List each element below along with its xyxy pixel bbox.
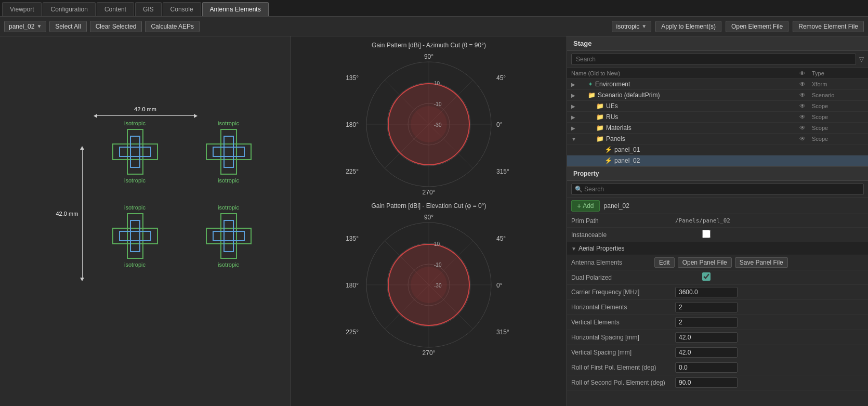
type-scenario: Scenario: [812, 92, 864, 98]
expand-icon-ues: ▶: [571, 103, 580, 109]
antenna-type-value: isotropic: [616, 23, 640, 30]
elevation-svg: 90° 45° 0° 315° 270° 225° 180° 135° -10 …: [317, 212, 541, 358]
dual-polarized-label: Dual Polarized: [571, 274, 675, 281]
tab-viewport[interactable]: Viewport: [2, 2, 42, 16]
roll-first-input[interactable]: [675, 362, 738, 373]
eye-ues[interactable]: 👁: [799, 102, 812, 110]
panel-dropdown-arrow: ▼: [36, 23, 42, 29]
dual-polarized-checkbox[interactable]: [675, 272, 738, 281]
select-all-button[interactable]: Select All: [49, 21, 86, 32]
aerial-section-label: Aerial Properties: [578, 245, 625, 252]
roll-first-value: [675, 362, 864, 373]
tree-item-panel-01[interactable]: ▶ ⚡ panel_01: [567, 145, 868, 155]
eye-panels[interactable]: 👁: [799, 135, 812, 142]
icon-panels: 📁: [596, 135, 604, 142]
carrier-freq-input[interactable]: [675, 287, 738, 297]
svg-text:90°: 90°: [424, 53, 433, 60]
edit-button[interactable]: Edit: [654, 257, 675, 268]
cross-inner-v-br: [223, 220, 234, 252]
aerial-section-header: ▼ Aerial Properties: [567, 242, 868, 255]
vert-elements-input[interactable]: [675, 317, 738, 328]
panel-dropdown[interactable]: panel_02 ▼: [4, 21, 46, 32]
cross-tl: [112, 128, 159, 175]
save-panel-file-button[interactable]: Save Panel File: [735, 257, 788, 268]
instanceable-label: Instanceable: [571, 231, 675, 239]
eye-scenario[interactable]: 👁: [799, 91, 812, 99]
elevation-chart: Gain Pattern [dBi] - Elevation Cut (φ = …: [299, 202, 559, 358]
prop-horiz-elements-row: Horizontal Elements: [567, 300, 868, 315]
tab-content[interactable]: Content: [97, 2, 134, 16]
instanceable-checkbox[interactable]: [675, 230, 738, 238]
tab-antenna-elements[interactable]: Antenna Elements: [202, 2, 269, 16]
tree-item-panels[interactable]: ▼ 📁 Panels 👁 Scope: [567, 134, 868, 145]
horiz-spacing-input[interactable]: [675, 332, 738, 343]
prop-dual-polarized-row: Dual Polarized: [567, 270, 868, 285]
name-scenario: Scenario (defaultPrim): [598, 91, 799, 99]
horiz-spacing-value: [675, 332, 864, 343]
vert-spacing-label: Vertical Spacing [mm]: [571, 349, 675, 356]
calculate-aeps-button[interactable]: Calculate AEPs: [145, 21, 200, 32]
cross-inner-v-tl: [130, 136, 140, 168]
icon-ues: 📁: [596, 102, 604, 110]
tree-header: Name (Old to New) 👁 Type: [567, 68, 868, 79]
type-environment: Xform: [812, 81, 864, 87]
type-panels: Scope: [812, 136, 864, 142]
icon-environment: ✦: [588, 81, 593, 88]
tree-item-materials[interactable]: ▶ 📁 Materials 👁 Scope: [567, 123, 868, 134]
aerial-section-triangle: ▼: [571, 246, 576, 252]
stage-title: Stage: [567, 36, 868, 51]
open-element-file-button[interactable]: Open Element File: [726, 21, 788, 32]
tree-item-rus[interactable]: ▶ 📁 RUs 👁 Scope: [567, 112, 868, 123]
svg-text:270°: 270°: [423, 349, 436, 357]
prop-carrier-freq-row: Carrier Frequency [MHz]: [567, 285, 868, 300]
antenna-type-arrow: ▼: [641, 23, 647, 29]
tab-console[interactable]: Console: [163, 2, 201, 16]
apply-to-elements-button[interactable]: Apply to Element(s): [655, 21, 721, 32]
roll-second-input[interactable]: [675, 377, 738, 388]
tree-item-scenario[interactable]: ▶ 📁 Scenario (defaultPrim) 👁 Scenario: [567, 90, 868, 101]
eye-materials[interactable]: 👁: [799, 124, 812, 132]
tab-gis[interactable]: GIS: [135, 2, 162, 16]
expand-icon-materials: ▶: [571, 125, 580, 131]
tree-item-ues[interactable]: ▶ 📁 UEs 👁 Scope: [567, 101, 868, 112]
cell-br-bot-label: isotropic: [218, 261, 239, 268]
expand-icon-environment: ▶: [571, 82, 580, 87]
add-button[interactable]: Add: [571, 200, 600, 212]
carrier-freq-label: Carrier Frequency [MHz]: [571, 289, 675, 296]
svg-text:315°: 315°: [496, 168, 509, 175]
prop-roll-first-row: Roll of First Pol. Element (deg): [567, 360, 868, 375]
antenna-type-dropdown[interactable]: isotropic ▼: [612, 21, 652, 32]
cross-br: [205, 213, 252, 259]
vert-arrow: [80, 146, 84, 281]
horiz-elements-label: Horizontal Elements: [571, 304, 675, 311]
antenna-diagram: 42.0 mm 42.0 mm i: [42, 86, 249, 357]
svg-text:-10: -10: [434, 101, 442, 107]
antenna-cell-tl: isotropic isotropic: [88, 120, 182, 199]
icon-rus: 📁: [596, 113, 604, 121]
cross-tr: [205, 128, 252, 175]
eye-rus[interactable]: 👁: [799, 113, 812, 121]
tree-item-panel-02[interactable]: ▶ ⚡ panel_02: [567, 155, 868, 166]
eye-environment[interactable]: 👁: [799, 81, 812, 88]
roll-first-label: Roll of First Pol. Element (deg): [571, 364, 675, 371]
remove-element-file-button[interactable]: Remove Element File: [793, 21, 864, 32]
horiz-arrow: [94, 114, 198, 118]
antenna-toolbar: isotropic ▼ Apply to Element(s) Open Ele…: [612, 21, 864, 32]
tab-configuration[interactable]: Configuration: [43, 2, 95, 16]
open-panel-file-button[interactable]: Open Panel File: [678, 257, 732, 268]
svg-text:315°: 315°: [496, 329, 509, 336]
tree-item-environment[interactable]: ▶ ✦ Environment 👁 Xform: [567, 79, 868, 90]
clear-selected-button[interactable]: Clear Selected: [90, 21, 142, 32]
filter-icon[interactable]: ▽: [859, 56, 864, 63]
carrier-freq-value: [675, 287, 864, 297]
horiz-elements-input[interactable]: [675, 302, 738, 312]
stage-search-input[interactable]: [571, 54, 856, 65]
property-panel: Property 🔍 Add panel_02 Prim Path /Panel…: [567, 167, 868, 406]
svg-text:180°: 180°: [346, 121, 359, 128]
dual-polarized-value: [675, 272, 864, 282]
vert-spacing-input[interactable]: [675, 347, 738, 358]
cross-inner-v-bl: [130, 220, 140, 252]
svg-text:180°: 180°: [346, 282, 359, 289]
property-search-input[interactable]: [571, 184, 864, 195]
svg-text:-30: -30: [434, 283, 442, 289]
